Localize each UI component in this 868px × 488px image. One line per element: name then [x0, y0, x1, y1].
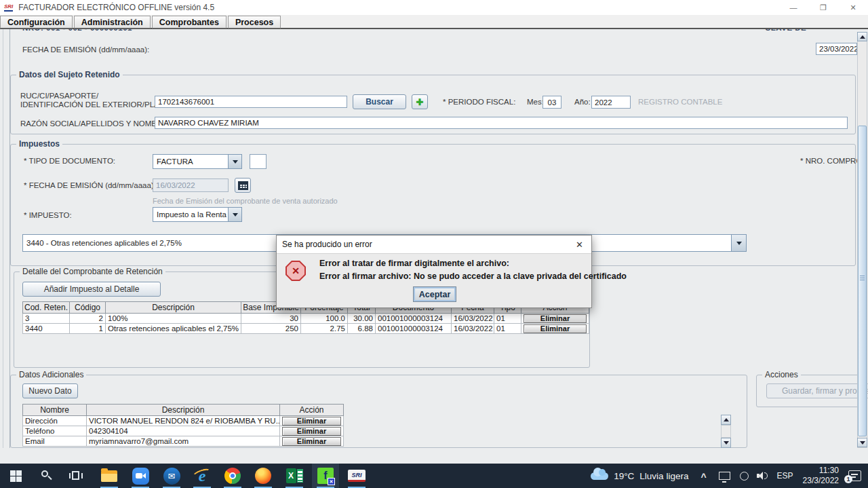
adicionales-header-row: Nombre Descripción Acción — [23, 405, 344, 416]
weather-temp[interactable]: 19°C — [614, 471, 634, 481]
firefox-icon — [255, 468, 271, 484]
vscroll-up-arrow[interactable] — [857, 32, 867, 41]
razon-social-input[interactable]: NAVARRO CHAVEZ MIRIAM — [155, 117, 848, 129]
registro-contable-label: REGISTRO CONTABLE — [638, 98, 722, 106]
buscar-button[interactable]: Buscar — [353, 94, 406, 109]
menu-comprobantes[interactable]: Comprobantes — [152, 16, 226, 29]
table-row[interactable]: Dirección VICTOR MANUEL RENDON 824 e/ RI… — [23, 416, 344, 426]
weather-icon[interactable] — [591, 472, 608, 480]
error-message-line2: Error al firmar archivo: No se pudo acce… — [319, 271, 627, 281]
taskbar-file-explorer[interactable] — [96, 464, 123, 488]
table-row[interactable]: Email myriamnavarro7@gmail.com Eliminar — [23, 436, 344, 447]
impuesto-combo[interactable]: Impuesto a la Renta — [153, 207, 242, 222]
clipped-clave-text: CLAVE DE — [765, 29, 853, 33]
table-scroll-down[interactable] — [721, 438, 731, 448]
table-scroll-up[interactable] — [721, 415, 731, 425]
calendar-button[interactable] — [235, 178, 251, 193]
window-title: FACTURADOR ELECTRÓNICO OFFLINE versión 4… — [18, 3, 214, 12]
mes-input[interactable]: 03 — [542, 96, 561, 109]
taskbar-internet-explorer[interactable]: e — [189, 464, 216, 488]
adicionales-table: Nombre Descripción Acción Dirección VICT… — [22, 404, 344, 447]
tray-expand-chevron[interactable]: ^ — [701, 472, 706, 483]
tipo-documento-aux-box[interactable] — [250, 154, 267, 169]
mes-label: Mes: — [527, 98, 544, 106]
fecha-emision-field[interactable]: 23/03/2022 — [816, 43, 857, 55]
group-detalle-title: Detalle del Comprobante de Retención — [20, 267, 165, 276]
taskbar-excel[interactable]: X — [281, 464, 308, 488]
eliminar-button[interactable]: Eliminar — [282, 437, 341, 446]
chevron-down-icon[interactable] — [228, 208, 241, 221]
nuevo-dato-button[interactable]: Nuevo Dato — [22, 383, 78, 398]
restore-button[interactable]: ❐ — [808, 0, 838, 15]
error-icon: ✕ — [285, 261, 306, 281]
video-camera-icon — [132, 468, 149, 485]
weather-condition[interactable]: Lluvia ligera — [639, 471, 688, 481]
col-header: Descripción — [106, 302, 241, 314]
impuesto-value: Impuesto a la Renta — [153, 210, 228, 219]
taskbar-mail-app[interactable]: ✉ — [158, 464, 185, 488]
anio-input[interactable]: 2022 — [591, 96, 631, 109]
vscrollbar-thumb[interactable] — [858, 126, 867, 436]
clipped-nro-text: NRO: 001 - 002 - 000000101 — [22, 29, 294, 33]
task-view-button[interactable] — [62, 464, 90, 488]
action-center-icon[interactable]: 1 — [848, 470, 861, 481]
taskbar-search-button[interactable] — [33, 464, 60, 488]
fecha-emision-hint: Fecha de Emisión del comprobante de vent… — [153, 197, 338, 205]
aceptar-button[interactable]: Aceptar — [413, 286, 456, 302]
tray-circle-icon[interactable] — [740, 472, 749, 481]
dialog-close-icon[interactable]: ✕ — [573, 240, 586, 250]
taskbar-sri[interactable]: SRI — [343, 464, 370, 488]
menu-procesos[interactable]: Procesos — [228, 16, 281, 29]
eliminar-button[interactable]: Eliminar — [524, 314, 587, 323]
table-row[interactable]: 3 2 100% 30 100.0 30.00 001001000003124 … — [23, 314, 589, 324]
task-view-icon — [69, 471, 83, 481]
error-dialog: Se ha producido un error ✕ ✕ Error al tr… — [276, 235, 592, 308]
folder-icon — [101, 470, 117, 482]
close-button[interactable]: ✕ — [838, 0, 868, 15]
start-button[interactable] — [2, 464, 29, 488]
chrome-icon — [224, 468, 241, 484]
chevron-down-icon[interactable] — [228, 155, 241, 168]
menu-configuracion[interactable]: Configuración — [0, 16, 73, 29]
error-dialog-title: Se ha producido un error — [282, 240, 573, 249]
chevron-down-icon[interactable] — [731, 235, 746, 251]
ruc-input[interactable]: 1702143676001 — [155, 96, 347, 108]
eliminar-button[interactable]: Eliminar — [282, 417, 341, 426]
screen: SRI FACTURADOR ELECTRÓNICO OFFLINE versi… — [0, 0, 868, 488]
eliminar-button[interactable]: Eliminar — [524, 324, 587, 333]
speaker-icon[interactable] — [757, 471, 768, 481]
guardar-firmar-button[interactable]: Guardar, firmar y procesa — [766, 383, 868, 398]
clock-date: 23/3/2022 — [803, 476, 839, 485]
anadir-impuesto-button[interactable]: Añadir Impuesto al Detalle — [22, 282, 161, 297]
clock-time: 11:30 — [819, 466, 839, 475]
taskbar-chrome[interactable] — [219, 464, 246, 488]
search-icon — [40, 470, 52, 482]
form-panel: NRO: 001 - 002 - 000000101 CLAVE DE FECH… — [0, 29, 868, 448]
eliminar-button[interactable]: Eliminar — [282, 427, 341, 436]
taskbar-firefox[interactable] — [250, 464, 277, 488]
menu-administracion[interactable]: Administración — [74, 16, 151, 29]
tipo-documento-label: * TIPO DE DOCUMENTO: — [24, 157, 115, 165]
internet-explorer-icon: e — [193, 467, 211, 485]
table-row[interactable]: 3440 1 Otras retenciones aplicables el 2… — [23, 324, 589, 334]
taskbar-facturador[interactable]: f✕ — [312, 464, 339, 488]
taskbar-zoom-app[interactable] — [127, 464, 154, 488]
tipo-documento-value: FACTURA — [153, 157, 228, 166]
add-sujeto-button[interactable]: ✚ — [412, 94, 428, 109]
vscroll-down-arrow[interactable] — [857, 438, 867, 447]
clock[interactable]: 11:30 23/3/2022 — [803, 466, 839, 486]
anio-label: Año: — [574, 98, 591, 106]
facturador-icon: f✕ — [317, 468, 334, 484]
menu-bar: Configuración Administración Comprobante… — [0, 15, 868, 29]
table-row[interactable]: Teléfono 042304104 Eliminar — [23, 426, 344, 436]
table-scroll-track[interactable] — [721, 425, 731, 438]
tipo-documento-combo[interactable]: FACTURA — [153, 154, 242, 169]
language-indicator[interactable]: ESP — [777, 471, 793, 481]
fecha-emision2-field: 16/03/2022 — [153, 179, 229, 192]
notification-badge: 1 — [844, 475, 852, 483]
col-header: Acción — [280, 405, 344, 416]
network-icon[interactable] — [719, 472, 730, 480]
group-acciones-title: Acciones — [762, 370, 801, 379]
col-header: Nombre — [23, 405, 87, 416]
minimize-button[interactable]: — — [778, 0, 808, 15]
